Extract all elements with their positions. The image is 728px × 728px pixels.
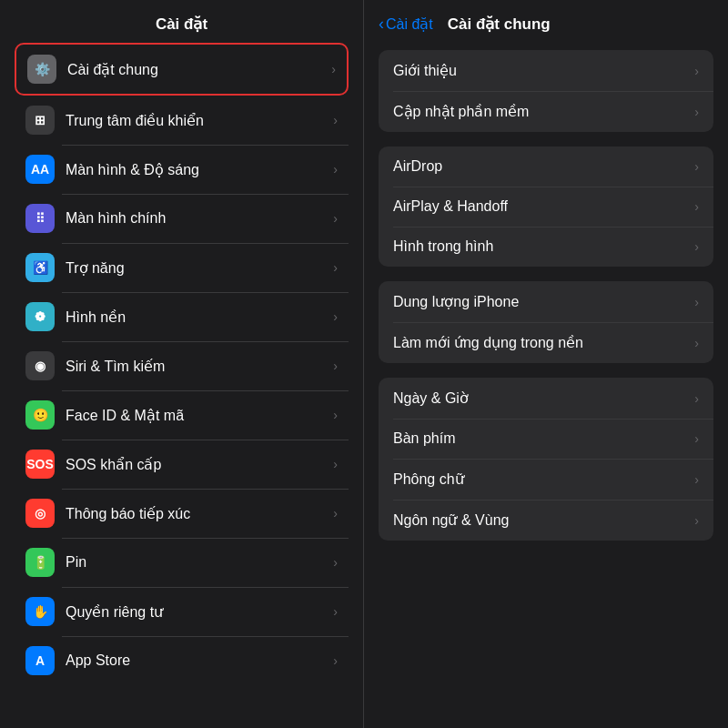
left-header: Cài đặt [0, 0, 363, 43]
right-section-section2: AirDrop›AirPlay & Handoff›Hình trong hìn… [379, 147, 713, 267]
home-label: Màn hình chính [66, 210, 333, 227]
back-label: Cài đặt [386, 15, 433, 33]
datetime-chevron-icon: › [694, 391, 699, 406]
language-label: Ngôn ngữ & Vùng [393, 511, 694, 529]
keyboard-chevron-icon: › [694, 431, 699, 446]
language-chevron-icon: › [694, 513, 699, 528]
update-label: Cập nhật phần mềm [393, 103, 694, 120]
display-label: Màn hình & Độ sáng [66, 161, 333, 178]
settings-item-general[interactable]: ⚙️Cài đặt chung› [15, 43, 349, 96]
font-chevron-icon: › [694, 472, 699, 487]
bgreresh-chevron-icon: › [694, 336, 699, 350]
right-title: Cài đặt chung [448, 15, 551, 34]
datetime-label: Ngày & Giờ [393, 389, 694, 407]
airplay-chevron-icon: › [694, 199, 699, 214]
right-item-font[interactable]: Phông chữ› [379, 459, 713, 500]
privacy-label: Quyền riêng tư [66, 603, 333, 621]
general-label: Cài đặt chung [67, 61, 331, 78]
siri-chevron-icon: › [333, 359, 338, 373]
battery-icon: 🔋 [25, 548, 55, 577]
right-item-storage[interactable]: Dung lượng iPhone› [379, 281, 713, 322]
right-item-update[interactable]: Cập nhật phần mềm› [379, 91, 713, 132]
right-panel: ‹ Cài đặt Cài đặt chung Giới thiệu›Cập n… [364, 0, 728, 728]
about-chevron-icon: › [694, 64, 699, 78]
sos-chevron-icon: › [333, 457, 338, 471]
right-section-section1: Giới thiệu›Cập nhật phần mềm› [379, 50, 713, 132]
settings-list: ⚙️Cài đặt chung›⊞Trung tâm điều khiển›AA… [0, 43, 363, 728]
settings-item-exposure[interactable]: ◎Thông báo tiếp xúc› [15, 489, 349, 538]
battery-label: Pin [66, 554, 333, 571]
keyboard-label: Bàn phím [393, 430, 694, 447]
battery-chevron-icon: › [333, 555, 338, 570]
settings-item-sos[interactable]: SOSSOS khẩn cấp› [15, 440, 349, 489]
sos-icon: SOS [25, 450, 55, 479]
airdrop-chevron-icon: › [694, 159, 699, 174]
storage-label: Dung lượng iPhone [393, 293, 694, 310]
general-icon: ⚙️ [27, 55, 56, 84]
settings-item-appstore[interactable]: AApp Store› [15, 636, 349, 685]
accessibility-label: Trợ năng [66, 259, 333, 277]
siri-label: Siri & Tìm kiếm [66, 358, 333, 375]
right-item-about[interactable]: Giới thiệu› [379, 50, 713, 91]
font-label: Phông chữ [393, 470, 694, 488]
left-panel: Cài đặt ⚙️Cài đặt chung›⊞Trung tâm điều … [0, 0, 364, 728]
storage-chevron-icon: › [694, 295, 699, 309]
settings-item-control[interactable]: ⊞Trung tâm điều khiển› [15, 96, 349, 145]
home-chevron-icon: › [333, 211, 338, 226]
settings-item-privacy[interactable]: ✋Quyền riêng tư› [15, 587, 349, 636]
right-item-bgreresh[interactable]: Làm mới ứng dụng trong nền› [379, 322, 713, 363]
settings-item-wallpaper[interactable]: ❁Hình nền› [15, 292, 349, 341]
update-chevron-icon: › [694, 105, 699, 119]
privacy-icon: ✋ [25, 597, 55, 626]
display-icon: AA [25, 155, 55, 184]
settings-item-accessibility[interactable]: ♿Trợ năng› [15, 243, 349, 292]
right-item-datetime[interactable]: Ngày & Giờ› [379, 378, 713, 419]
right-item-airdrop[interactable]: AirDrop› [379, 147, 713, 187]
faceid-label: Face ID & Mật mã [66, 407, 333, 424]
right-header: ‹ Cài đặt Cài đặt chung [364, 0, 728, 43]
faceid-chevron-icon: › [333, 408, 338, 422]
wallpaper-chevron-icon: › [333, 309, 338, 324]
settings-item-home[interactable]: ⠿Màn hình chính› [15, 194, 349, 243]
home-icon: ⠿ [25, 204, 55, 233]
right-item-airplay[interactable]: AirPlay & Handoff› [379, 187, 713, 227]
faceid-icon: 🙂 [25, 400, 55, 430]
right-item-language[interactable]: Ngôn ngữ & Vùng› [379, 500, 713, 541]
accessibility-icon: ♿ [25, 253, 55, 282]
airdrop-label: AirDrop [393, 158, 694, 175]
wallpaper-label: Hình nền [66, 308, 333, 326]
exposure-chevron-icon: › [333, 506, 338, 521]
exposure-icon: ◎ [25, 499, 55, 528]
right-section-section3: Dung lượng iPhone›Làm mới ứng dụng trong… [379, 281, 713, 363]
settings-item-battery[interactable]: 🔋Pin› [15, 538, 349, 587]
back-button[interactable]: ‹ Cài đặt [379, 15, 433, 34]
airplay-label: AirPlay & Handoff [393, 198, 694, 215]
left-title: Cài đặt [18, 15, 345, 34]
bgreresh-label: Làm mới ứng dụng trong nền [393, 334, 694, 351]
appstore-icon: A [25, 646, 55, 675]
pip-label: Hình trong hình [393, 238, 694, 255]
accessibility-chevron-icon: › [333, 260, 338, 275]
control-label: Trung tâm điều khiển [66, 112, 333, 129]
right-section-section4: Ngày & Giờ›Bàn phím›Phông chữ›Ngôn ngữ &… [379, 378, 713, 541]
back-chevron-icon: ‹ [379, 15, 384, 34]
privacy-chevron-icon: › [333, 604, 338, 619]
wallpaper-icon: ❁ [25, 302, 55, 331]
appstore-chevron-icon: › [333, 653, 338, 668]
right-item-pip[interactable]: Hình trong hình› [379, 227, 713, 267]
sos-label: SOS khẩn cấp [66, 456, 333, 473]
general-chevron-icon: › [331, 62, 336, 76]
right-item-keyboard[interactable]: Bàn phím› [379, 419, 713, 459]
display-chevron-icon: › [333, 162, 338, 177]
right-content: Giới thiệu›Cập nhật phần mềm›AirDrop›Air… [364, 43, 728, 728]
control-chevron-icon: › [333, 113, 338, 127]
about-label: Giới thiệu [393, 62, 694, 79]
settings-item-siri[interactable]: ◉Siri & Tìm kiếm› [15, 341, 349, 390]
settings-item-faceid[interactable]: 🙂Face ID & Mật mã› [15, 390, 349, 440]
pip-chevron-icon: › [694, 239, 699, 254]
control-icon: ⊞ [25, 106, 55, 135]
siri-icon: ◉ [25, 351, 55, 380]
settings-item-display[interactable]: AAMàn hình & Độ sáng› [15, 145, 349, 194]
exposure-label: Thông báo tiếp xúc [66, 505, 333, 522]
appstore-label: App Store [66, 652, 333, 669]
